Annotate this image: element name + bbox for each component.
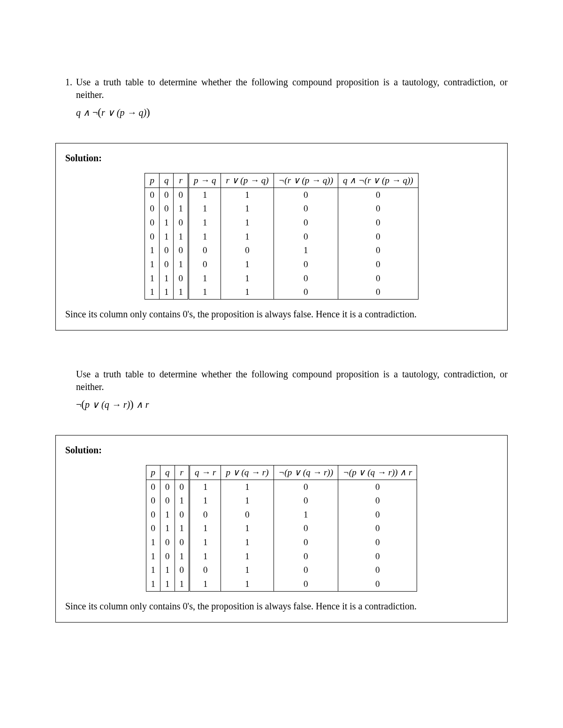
table-cell: 0	[160, 549, 175, 563]
table-cell: 1	[145, 257, 160, 271]
table-cell: 0	[274, 521, 338, 535]
table-body-2: 0001100001110001000100111100100110010111…	[146, 480, 417, 591]
col-4: q → r	[190, 465, 221, 480]
col-6: ¬(r ∨ (p → q))	[274, 173, 338, 188]
col-q: q	[160, 465, 175, 480]
table-cell: 1	[146, 549, 160, 563]
table-cell: 1	[174, 257, 189, 271]
table-cell: 0	[188, 243, 221, 257]
table-cell: 1	[274, 243, 338, 257]
table-cell: 1	[145, 285, 160, 299]
table-cell: 1	[146, 535, 160, 549]
table-cell: 0	[338, 257, 418, 271]
table-cell: 0	[274, 563, 338, 577]
table-cell: 0	[338, 535, 417, 549]
table-cell: 1	[188, 188, 221, 202]
table-cell: 0	[274, 549, 338, 563]
table-cell: 0	[338, 271, 418, 285]
table-cell: 0	[159, 188, 174, 202]
table-cell: 0	[274, 202, 338, 216]
table-cell: 0	[274, 285, 338, 299]
problem-body-2: Use a truth table to determine whether t…	[76, 368, 508, 422]
col-6: ¬(p ∨ (q → r))	[274, 465, 338, 480]
table-cell: 1	[221, 563, 274, 577]
table-cell: 1	[190, 535, 221, 549]
table-cell: 0	[146, 508, 160, 522]
table-cell: 1	[221, 202, 274, 216]
table-cell: 1	[188, 202, 221, 216]
table-cell: 0	[174, 188, 189, 202]
conclusion-1: Since its column only contains 0's, the …	[65, 308, 498, 321]
table-cell: 1	[190, 577, 221, 591]
table-cell: 1	[160, 577, 175, 591]
table-cell: 1	[221, 480, 274, 494]
table-cell: 0	[338, 202, 418, 216]
problem-formula: q ∧ ¬(r ∨ (p → q))	[76, 105, 508, 120]
table-cell: 1	[146, 563, 160, 577]
col-q: q	[159, 173, 174, 188]
table-cell: 1	[159, 230, 174, 244]
col-r: r	[174, 173, 189, 188]
table-cell: 0	[338, 494, 417, 508]
table-cell: 0	[175, 535, 190, 549]
table-cell: 0	[338, 577, 417, 591]
table-cell: 1	[145, 243, 160, 257]
solution-box-2: Solution: p q r q → r p ∨ (q → r) ¬(p ∨ …	[55, 435, 508, 623]
table-cell: 1	[221, 577, 274, 591]
table-row: 1001100	[146, 535, 417, 549]
table-row: 0111100	[145, 230, 418, 244]
table-cell: 0	[188, 257, 221, 271]
table-row: 0001100	[145, 188, 418, 202]
table-cell: 0	[338, 216, 418, 230]
problem-body: Use a truth table to determine whether t…	[76, 76, 508, 130]
table-header-row-2: p q r q → r p ∨ (q → r) ¬(p ∨ (q → r)) ¬…	[146, 465, 417, 480]
table-cell: 0	[338, 563, 417, 577]
table-cell: 1	[221, 230, 274, 244]
table-cell: 0	[175, 480, 190, 494]
col-7: ¬(p ∨ (q → r)) ∧ r	[338, 465, 417, 480]
table-cell: 1	[221, 188, 274, 202]
table-cell: 0	[338, 549, 417, 563]
table-cell: 0	[174, 216, 189, 230]
table-cell: 0	[145, 188, 160, 202]
table-cell: 0	[338, 188, 418, 202]
table-row: 1000010	[145, 243, 418, 257]
table-cell: 0	[145, 216, 160, 230]
table-cell: 0	[274, 188, 338, 202]
table-row: 0100010	[146, 508, 417, 522]
table-cell: 1	[221, 521, 274, 535]
table-cell: 1	[221, 535, 274, 549]
table-cell: 1	[175, 521, 190, 535]
table-cell: 0	[146, 480, 160, 494]
table-cell: 0	[338, 230, 418, 244]
table-cell: 0	[338, 285, 418, 299]
table-cell: 1	[188, 285, 221, 299]
table-cell: 1	[190, 549, 221, 563]
table-cell: 1	[175, 494, 190, 508]
table-cell: 0	[174, 271, 189, 285]
table-row: 0001100	[146, 480, 417, 494]
table-header-row: p q r p → q r ∨ (p → q) ¬(r ∨ (p → q)) q…	[145, 173, 418, 188]
table-row: 0101100	[145, 216, 418, 230]
problem-number-blank	[55, 368, 76, 422]
table-row: 1010100	[145, 257, 418, 271]
table-cell: 0	[274, 494, 338, 508]
table-cell: 1	[190, 521, 221, 535]
col-p: p	[145, 173, 160, 188]
table-cell: 0	[221, 243, 274, 257]
table-row: 0111100	[146, 521, 417, 535]
problem-formula-2: ¬(p ∨ (q → r)) ∧ r	[76, 397, 508, 412]
table-cell: 0	[146, 521, 160, 535]
table-cell: 1	[160, 508, 175, 522]
table-cell: 1	[221, 257, 274, 271]
table-cell: 0	[175, 508, 190, 522]
table-cell: 1	[175, 549, 190, 563]
conclusion-2: Since its column only contains 0's, the …	[65, 600, 498, 613]
table-cell: 1	[145, 271, 160, 285]
solution-box-1: Solution: p q r p → q r ∨ (p → q) ¬(r ∨ …	[55, 143, 508, 330]
table-cell: 0	[274, 257, 338, 271]
table-cell: 1	[221, 285, 274, 299]
table-cell: 0	[160, 480, 175, 494]
solution-label: Solution:	[65, 152, 498, 165]
table-cell: 0	[274, 577, 338, 591]
